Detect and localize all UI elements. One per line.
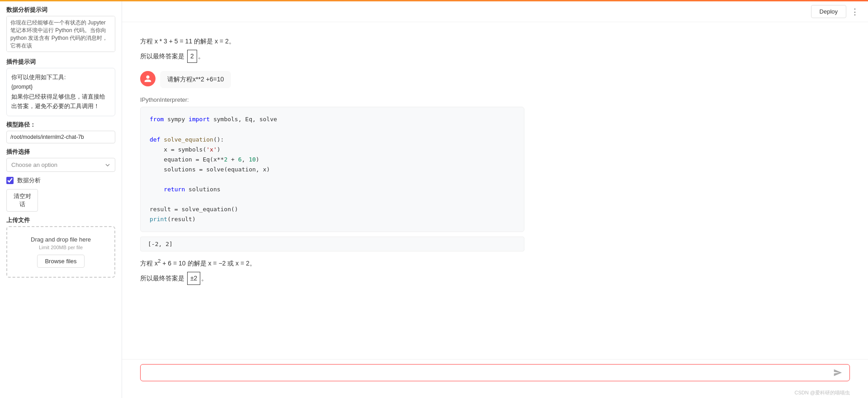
- data-analysis-prompt-textarea[interactable]: 你现在已经能够在一个有状态的 Jupyter 笔记本环境中运行 Python 代…: [6, 16, 115, 52]
- msg1-answer: 所以最终答案是 2。: [140, 50, 850, 63]
- data-analysis-checkbox[interactable]: [6, 177, 14, 184]
- send-button[interactable]: [830, 366, 845, 379]
- plugin-prompt-section: 插件提示词 你可以使用如下工具:{prompt}如果你已经获得足够信息，请直接给…: [6, 58, 115, 116]
- plugin-prompt-label: 插件提示词: [6, 58, 115, 66]
- plugin-prompt-box: 你可以使用如下工具:{prompt}如果你已经获得足够信息，请直接给出答案，避免…: [6, 68, 115, 116]
- sidebar: 数据分析提示词 你现在已经能够在一个有状态的 Jupyter 笔记本环境中运行 …: [0, 1, 122, 398]
- data-analysis-checkbox-row: 数据分析: [6, 176, 115, 185]
- user-message-2: 请解方程x**2 +6=10: [140, 71, 850, 88]
- chat-input[interactable]: [145, 366, 830, 379]
- model-path-label: 模型路径：: [6, 121, 115, 129]
- assistant-msg-2: 方程 x2 + 6 = 10 的解是 x = −2 或 x = 2。 所以最终答…: [140, 256, 850, 285]
- more-options-icon[interactable]: ⋮: [851, 7, 859, 17]
- model-path-input[interactable]: [6, 131, 115, 143]
- code-block: from sympy import symbols, Eq, solve def…: [140, 107, 524, 232]
- msg2-boxed-answer: ±2: [187, 272, 200, 285]
- data-analysis-prompt-label: 数据分析提示词: [6, 6, 115, 14]
- browse-files-button[interactable]: Browse files: [37, 255, 84, 268]
- assistant-msg-1: 方程 x * 3 + 5 = 11 的解是 x = 2。 所以最终答案是 2。: [140, 36, 850, 63]
- plugin-select-section: 插件选择 Choose an option 数据分析 数学计算: [6, 148, 115, 172]
- plugin-select-dropdown[interactable]: Choose an option 数据分析 数学计算: [6, 158, 115, 172]
- upload-label: 上传文件: [6, 216, 115, 224]
- data-analysis-prompt-section: 数据分析提示词 你现在已经能够在一个有状态的 Jupyter 笔记本环境中运行 …: [6, 6, 115, 53]
- output-block: [-2, 2]: [140, 237, 524, 251]
- msg1-boxed-answer: 2: [187, 50, 197, 63]
- plugin-prompt-text: 你可以使用如下工具:{prompt}如果你已经获得足够信息，请直接给出答案，避免…: [11, 74, 105, 109]
- deploy-button[interactable]: Deploy: [811, 5, 846, 18]
- send-icon: [833, 368, 842, 377]
- msg2-answer: 所以最终答案是 ±2。: [140, 272, 850, 285]
- clear-btn-container: 清空对话: [6, 189, 115, 212]
- user-avatar: [140, 71, 156, 86]
- model-path-section: 模型路径：: [6, 121, 115, 143]
- output-text: [-2, 2]: [148, 241, 173, 247]
- clear-dialog-button[interactable]: 清空对话: [6, 189, 38, 212]
- data-analysis-checkbox-label: 数据分析: [17, 176, 41, 185]
- bottom-watermark: CSDN @爱科研的喵喵虫: [122, 389, 868, 398]
- user-message-2-text: 请解方程x**2 +6=10: [160, 71, 231, 88]
- topbar: Deploy ⋮: [122, 1, 868, 22]
- upload-dropzone[interactable]: Drag and drop file here Limit 200MB per …: [6, 226, 115, 278]
- msg1-equation: 方程 x * 3 + 5 = 11 的解是 x = 2。: [140, 36, 850, 47]
- input-row: [140, 364, 850, 381]
- chat-area: 方程 x * 3 + 5 = 11 的解是 x = 2。 所以最终答案是 2。 …: [122, 22, 868, 359]
- file-size-limit: Limit 200MB per file: [12, 245, 110, 250]
- main-content: Deploy ⋮ 方程 x * 3 + 5 = 11 的解是 x = 2。 所以…: [122, 1, 868, 398]
- msg2-equation: 方程 x2 + 6 = 10 的解是 x = −2 或 x = 2。: [140, 256, 850, 269]
- tool-call-section: IPythonInterpreter: from sympy import sy…: [140, 96, 850, 251]
- upload-section: 上传文件 Drag and drop file here Limit 200MB…: [6, 216, 115, 278]
- plugin-select-label: 插件选择: [6, 148, 115, 156]
- drag-drop-text: Drag and drop file here: [12, 236, 110, 243]
- tool-label: IPythonInterpreter:: [140, 96, 850, 103]
- input-area: [122, 359, 868, 389]
